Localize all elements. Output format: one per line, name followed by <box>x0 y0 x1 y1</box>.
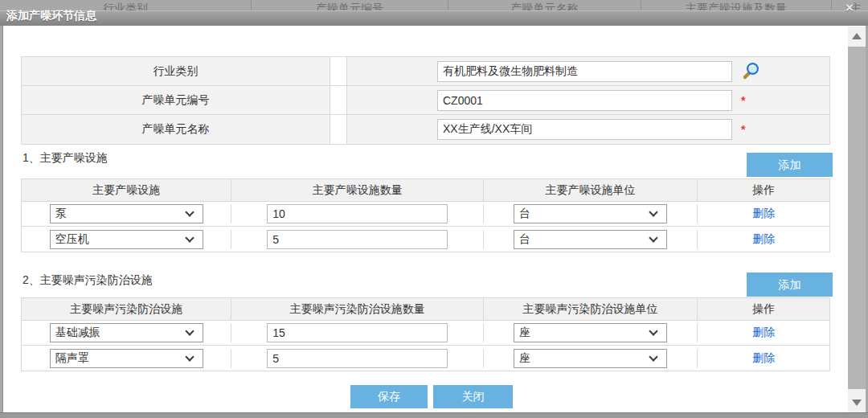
table-header-row: 主要噪声污染防治设施 主要噪声污染防治设施数量 主要噪声污染防治设施单位 操作 <box>22 298 829 321</box>
facility-cell: 泵 <box>22 204 231 223</box>
close-button[interactable]: 关闭 <box>433 385 513 408</box>
chevron-down-icon <box>185 326 194 335</box>
chevron-down-icon <box>649 326 657 335</box>
unit-cell: 座 <box>484 323 698 342</box>
industry-category-input[interactable] <box>437 61 732 82</box>
control-facility-select-value: 隔声罩 <box>51 351 186 366</box>
column-header: 主要产噪设施 <box>22 179 231 201</box>
quantity-cell <box>231 204 483 223</box>
facility-select-value: 空压机 <box>51 232 186 247</box>
facility-select[interactable]: 泵 <box>50 204 203 223</box>
arrow-up-icon <box>852 33 862 39</box>
column-header: 操作 <box>698 179 829 201</box>
quantity-cell <box>231 349 483 368</box>
facility-quantity-input[interactable] <box>267 230 448 249</box>
modal-titlebar: 添加产噪环节信息 <box>0 10 868 26</box>
form-spacer <box>330 115 347 144</box>
chevron-down-icon <box>649 207 657 216</box>
control-facility-select-value: 基础减振 <box>51 326 186 340</box>
unit-code-input[interactable] <box>437 90 732 111</box>
delete-link[interactable]: 删除 <box>752 351 775 366</box>
chevron-down-icon <box>185 207 194 216</box>
required-asterisk: * <box>741 94 745 107</box>
unit-select[interactable]: 台 <box>514 230 667 249</box>
facility-select[interactable]: 空压机 <box>50 230 203 249</box>
column-header: 主要噪声污染防治设施 <box>22 298 231 320</box>
form-row-unit-name: 产噪单元名称 * <box>22 115 829 144</box>
column-header: 主要产噪设施数量 <box>231 179 483 201</box>
action-cell: 删除 <box>698 207 829 221</box>
unit-name-label: 产噪单元名称 <box>22 115 330 144</box>
scroll-up-button[interactable] <box>848 27 866 46</box>
unit-name-input[interactable] <box>437 119 732 140</box>
scrollbar-thumb[interactable] <box>848 47 866 389</box>
modal-bottom-edge <box>0 412 868 418</box>
chevron-down-icon <box>185 352 194 361</box>
modal-body: 行业类别 产噪单元编号 <box>2 26 866 412</box>
column-header: 主要噪声污染防治设施数量 <box>231 298 483 320</box>
facility-quantity-input[interactable] <box>267 204 448 223</box>
table-row: 空压机 台 删除 <box>22 227 829 252</box>
screen: 行业类别 产噪单元编号 产噪单元名称 主要产噪设施及数量 主 添加产噪环节信息 … <box>0 0 868 418</box>
table-header-row: 主要产噪设施 主要产噪设施数量 主要产噪设施单位 操作 <box>22 179 829 202</box>
chevron-down-icon <box>649 233 657 242</box>
section2-add-button[interactable]: 添加 <box>747 273 833 297</box>
column-header: 主要产噪设施单位 <box>484 179 698 201</box>
delete-link[interactable]: 删除 <box>752 207 775 221</box>
arrow-down-icon <box>852 400 862 406</box>
unit-select[interactable]: 座 <box>514 349 667 368</box>
background-column-header: 产噪单元编号 <box>252 0 448 11</box>
unit-select-value: 台 <box>514 207 650 221</box>
facility-cell: 空压机 <box>22 230 231 249</box>
facility-cell: 隔声罩 <box>22 349 231 368</box>
background-column-header: 主要产噪设施及数量 <box>641 0 832 11</box>
control-quantity-input[interactable] <box>267 349 448 368</box>
delete-link[interactable]: 删除 <box>752 232 775 247</box>
chevron-down-icon <box>649 352 657 361</box>
control-facility-select[interactable]: 基础减振 <box>50 323 203 342</box>
close-icon[interactable]: × <box>842 2 857 16</box>
section2-title: 2、主要噪声污染防治设施 <box>23 273 153 288</box>
required-asterisk: * <box>741 123 745 136</box>
quantity-cell <box>231 323 483 342</box>
background-table-header: 行业类别 产噪单元编号 产噪单元名称 主要产噪设施及数量 主 <box>0 0 868 11</box>
form-row-unit-code: 产噪单元编号 * <box>22 86 829 115</box>
form-value-cell <box>347 57 829 85</box>
section1-title: 1、主要产噪设施 <box>23 151 108 166</box>
industry-category-label: 行业类别 <box>22 57 330 85</box>
quantity-cell <box>231 230 483 249</box>
unit-info-form: 行业类别 产噪单元编号 <box>21 56 830 145</box>
unit-select[interactable]: 座 <box>514 323 667 342</box>
table-row: 隔声罩 座 删除 <box>22 346 829 371</box>
form-value-cell: * <box>347 86 829 114</box>
control-facility-select[interactable]: 隔声罩 <box>50 349 203 368</box>
search-icon[interactable] <box>741 62 760 81</box>
section1-add-button[interactable]: 添加 <box>747 153 833 177</box>
scroll-down-button[interactable] <box>848 393 866 412</box>
control-quantity-input[interactable] <box>267 323 448 342</box>
unit-select-value: 座 <box>514 351 650 366</box>
column-header: 操作 <box>698 298 829 320</box>
unit-cell: 台 <box>484 204 698 223</box>
table-row: 泵 台 删除 <box>22 202 829 227</box>
unit-cell: 台 <box>484 230 698 249</box>
vertical-scrollbar[interactable] <box>848 27 866 412</box>
facility-cell: 基础减振 <box>22 323 231 342</box>
modal-title: 添加产噪环节信息 <box>6 9 96 23</box>
unit-select[interactable]: 台 <box>514 204 667 223</box>
column-header: 主要噪声污染防治设施单位 <box>484 298 698 320</box>
form-value-cell: * <box>347 115 829 144</box>
form-row-industry: 行业类别 <box>22 57 829 86</box>
noise-facility-table: 主要产噪设施 主要产噪设施数量 主要产噪设施单位 操作 泵 台 <box>21 178 830 252</box>
form-spacer <box>330 86 347 114</box>
action-cell: 删除 <box>698 326 829 340</box>
save-button[interactable]: 保存 <box>350 385 428 408</box>
form-spacer <box>330 57 347 85</box>
action-cell: 删除 <box>698 232 829 247</box>
chevron-down-icon <box>185 233 194 242</box>
unit-select-value: 台 <box>514 232 650 247</box>
unit-code-label: 产噪单元编号 <box>22 86 330 114</box>
delete-link[interactable]: 删除 <box>752 326 775 340</box>
action-cell: 删除 <box>698 351 829 366</box>
unit-cell: 座 <box>484 349 698 368</box>
